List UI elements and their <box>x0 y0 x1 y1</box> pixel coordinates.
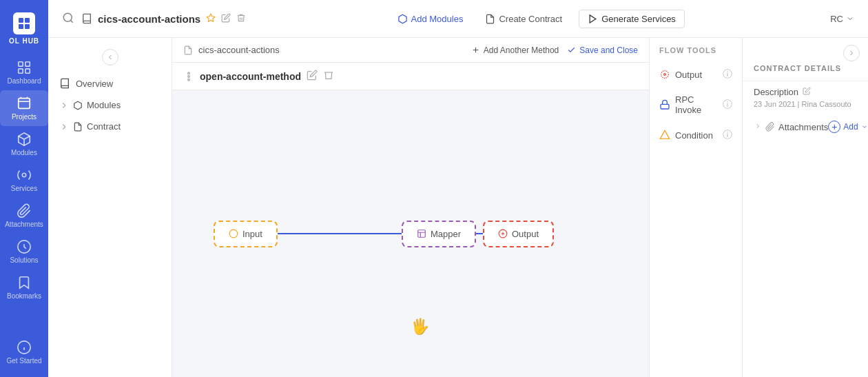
svg-marker-13 <box>207 14 215 21</box>
contract-description-label: Description <box>754 87 798 97</box>
svg-point-24 <box>661 71 669 79</box>
sidebar-item-services[interactable]: Services <box>0 162 48 198</box>
sidebar-item-get-started[interactable]: Get Started <box>0 334 48 370</box>
app-name: OL HUB <box>9 37 39 45</box>
left-nav-toggle[interactable] <box>102 49 118 65</box>
flow-connector <box>278 233 402 234</box>
svg-point-17 <box>188 79 190 81</box>
canvas-header: cics-account-actions Add Another Method … <box>172 38 649 63</box>
svg-point-9 <box>22 173 26 177</box>
edit-description-button[interactable] <box>803 87 811 97</box>
contract-details-toggle <box>743 38 868 64</box>
user-menu[interactable]: RC <box>830 14 854 24</box>
flow-tools-panel: FLOW TOOLS Output ⓘ RPC Invoke ⓘ <box>649 38 742 377</box>
attachments-chevron-icon[interactable] <box>754 121 762 133</box>
svg-rect-7 <box>25 69 30 73</box>
flow-tool-condition[interactable]: Condition ⓘ <box>650 122 742 148</box>
canvas-header-actions: Add Another Method Save and Close <box>471 45 638 55</box>
attachments-label: Attachments <box>778 122 828 132</box>
cursor-indicator: 🖐 <box>411 318 429 336</box>
svg-rect-8 <box>19 99 30 109</box>
canvas-area: cics-account-actions Add Another Method … <box>172 38 649 377</box>
svg-rect-19 <box>418 230 426 238</box>
canvas-breadcrumb: cics-account-actions <box>183 45 280 55</box>
svg-point-18 <box>229 230 238 238</box>
svg-rect-4 <box>19 62 23 66</box>
favorite-button[interactable] <box>206 13 216 25</box>
svg-point-12 <box>63 13 72 21</box>
left-nav: Overview Modules Contract <box>48 38 172 377</box>
delete-method-button[interactable] <box>323 70 334 83</box>
flow-tool-output[interactable]: Output ⓘ <box>650 61 742 88</box>
svg-marker-26 <box>660 130 669 139</box>
svg-rect-25 <box>661 104 669 109</box>
condition-info-icon[interactable]: ⓘ <box>723 129 732 141</box>
svg-rect-1 <box>25 18 30 23</box>
save-close-button[interactable]: Save and Close <box>567 45 638 55</box>
topbar: cics-account-actions Add Modules Create … <box>48 0 868 38</box>
sidebar-item-projects[interactable]: Projects <box>0 90 48 126</box>
svg-rect-3 <box>25 24 30 29</box>
svg-rect-2 <box>19 24 23 29</box>
method-name: open-account-method <box>200 71 301 82</box>
flow-node-output[interactable]: Output <box>483 221 554 247</box>
canvas-body: Input Mapper Output 🖐 <box>172 90 649 377</box>
sidebar-item-attachments[interactable]: Attachments <box>0 198 48 234</box>
generate-services-button[interactable]: Generate Services <box>579 10 685 28</box>
flow-node-input[interactable]: Input <box>214 221 278 247</box>
create-contract-button[interactable]: Create Contract <box>479 10 568 28</box>
sidebar-item-bookmarks[interactable]: Bookmarks <box>0 269 48 305</box>
topbar-actions: Add Modules Create Contract Generate Ser… <box>392 10 685 28</box>
flow-node-mapper[interactable]: Mapper <box>402 221 476 247</box>
topbar-title: cics-account-actions <box>81 13 246 25</box>
nav-group-contract-header[interactable]: Contract <box>48 116 172 137</box>
contract-details-collapse-button[interactable] <box>843 45 860 61</box>
nav-item-overview[interactable]: Overview <box>48 72 172 94</box>
svg-point-15 <box>188 75 190 77</box>
content-area: Overview Modules Contract <box>48 38 868 377</box>
nav-group-modules: Modules <box>48 94 172 116</box>
svg-rect-6 <box>19 69 23 73</box>
svg-point-16 <box>188 72 190 74</box>
sidebar-item-modules[interactable]: Modules <box>0 126 48 162</box>
svg-rect-5 <box>25 62 30 66</box>
svg-marker-14 <box>590 14 596 22</box>
add-attachment-button[interactable]: + Add <box>828 121 867 133</box>
canvas-breadcrumb-text: cics-account-actions <box>198 45 280 55</box>
contract-attachments-section: Attachments + Add <box>743 114 868 140</box>
svg-point-23 <box>664 74 666 76</box>
sidebar: OL HUB Dashboard Projects Modules Servic… <box>0 0 48 377</box>
rpc-invoke-info-icon[interactable]: ⓘ <box>723 99 732 111</box>
contract-details-panel: CONTRACT DETAILS Description 23 Jun 2021… <box>742 38 868 377</box>
add-modules-button[interactable]: Add Modules <box>392 10 469 28</box>
contract-date: 23 Jun 2021 | Rina Cassouto <box>754 100 857 108</box>
flow-tools-title: FLOW TOOLS <box>650 46 742 61</box>
sidebar-logo[interactable]: OL HUB <box>9 7 39 54</box>
output-info-icon[interactable]: ⓘ <box>723 68 732 81</box>
add-method-button[interactable]: Add Another Method <box>471 45 559 55</box>
delete-project-button[interactable] <box>236 13 246 25</box>
main-content: cics-account-actions Add Modules Create … <box>48 0 868 377</box>
topbar-left: cics-account-actions <box>62 12 246 26</box>
topbar-right: RC <box>830 14 854 24</box>
logo-icon <box>13 12 35 34</box>
flow-connector-2 <box>476 233 483 234</box>
nav-group-modules-header[interactable]: Modules <box>48 94 172 116</box>
svg-rect-0 <box>19 18 23 23</box>
edit-method-button[interactable] <box>307 70 318 83</box>
sidebar-item-solutions[interactable]: Solutions <box>0 234 48 269</box>
project-name: cics-account-actions <box>98 13 200 25</box>
add-circle-icon: + <box>828 121 840 133</box>
contract-details-title: CONTRACT DETAILS <box>743 64 868 81</box>
flow-tool-rpc-invoke[interactable]: RPC Invoke ⓘ <box>650 88 742 122</box>
edit-project-button[interactable] <box>221 13 231 25</box>
contract-description-section: Description 23 Jun 2021 | Rina Cassouto <box>743 81 868 114</box>
nav-group-contract: Contract <box>48 116 172 137</box>
method-header: open-account-method <box>172 63 649 90</box>
search-button[interactable] <box>62 12 74 26</box>
sidebar-item-dashboard[interactable]: Dashboard <box>0 54 48 90</box>
